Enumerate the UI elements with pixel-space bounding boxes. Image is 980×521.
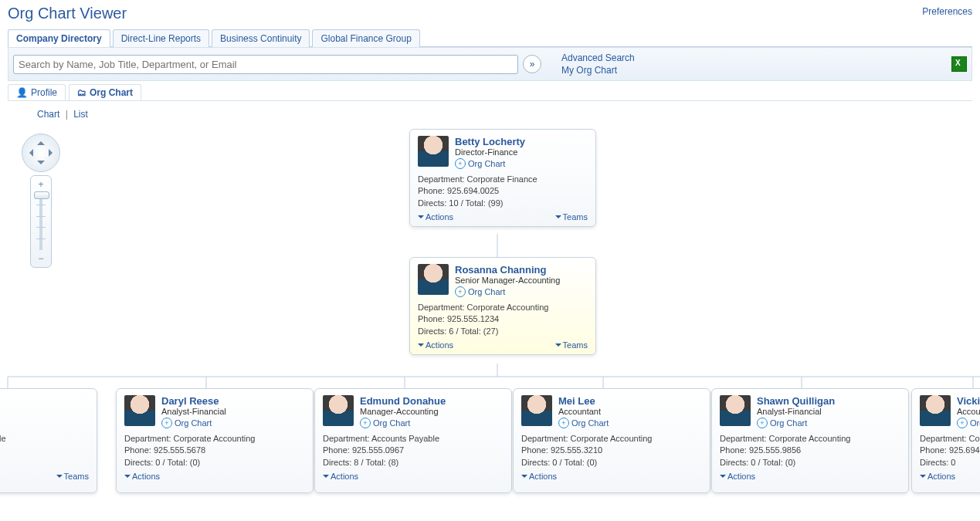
avatar xyxy=(720,395,751,426)
node-card-child[interactable]: Shawn QuilliganAnalyst-Financial+Org Cha… xyxy=(711,388,909,493)
person-name[interactable]: Daryl Reese xyxy=(161,395,226,407)
person-name[interactable]: Shawn Quilligan xyxy=(757,395,835,407)
orgchart-link[interactable]: +Org Chart xyxy=(455,286,560,297)
main-tabstrip: Company Directory Direct-Line Reports Bu… xyxy=(8,29,972,47)
chevron-down-icon xyxy=(418,215,424,222)
chevron-down-icon xyxy=(124,475,131,481)
person-name[interactable]: Vicki xyxy=(957,395,980,407)
pan-left-icon[interactable] xyxy=(25,149,33,157)
zoom-out-button[interactable]: − xyxy=(38,253,43,264)
orgchart-canvas[interactable]: + − Betty Locherty Director-Fi xyxy=(0,126,980,504)
search-go-button[interactable]: » xyxy=(523,55,541,73)
actions-menu[interactable]: Actions xyxy=(323,472,358,481)
actions-menu[interactable]: Actions xyxy=(521,472,557,481)
pan-down-icon[interactable] xyxy=(37,161,45,168)
focus-icon: + xyxy=(455,158,466,169)
actions-menu[interactable]: Actions xyxy=(920,472,955,481)
avatar xyxy=(323,395,354,426)
node-card-child[interactable]: Stevensoncounting+Org ChartDepartment: s… xyxy=(0,388,97,493)
zoom-track[interactable] xyxy=(39,193,42,250)
chevron-down-icon xyxy=(521,475,527,481)
pan-control[interactable] xyxy=(22,134,60,172)
focus-icon: + xyxy=(757,418,768,428)
orgchart-link[interactable]: +Org Chart xyxy=(360,418,446,428)
person-title: Accou xyxy=(957,407,980,416)
avatar xyxy=(920,395,951,426)
focus-icon: + xyxy=(360,418,371,428)
orgchart-link[interactable]: +Org Chart xyxy=(161,418,226,428)
node-card-child[interactable]: Edmund DonahueManager-Accounting+Org Cha… xyxy=(314,388,512,493)
chevron-down-icon xyxy=(555,215,561,222)
page-title: Org Chart Viewer xyxy=(8,5,127,22)
actions-menu[interactable]: Actions xyxy=(124,472,160,481)
node-card-child[interactable]: Mei LeeAccountant+Org ChartDepartment: C… xyxy=(513,388,710,493)
preferences-link[interactable]: Preferences xyxy=(922,5,972,17)
chevron-down-icon xyxy=(555,343,561,350)
view-chart-link[interactable]: Chart xyxy=(37,109,59,120)
avatar xyxy=(418,136,449,167)
avatar xyxy=(124,395,155,426)
search-bar: » Advanced Search My Org Chart xyxy=(8,47,972,81)
node-card-selected[interactable]: Rosanna Channing Senior Manager-Accounti… xyxy=(409,257,596,355)
teams-menu[interactable]: Teams xyxy=(555,212,588,222)
tab-direct-line-reports[interactable]: Direct-Line Reports xyxy=(113,29,209,47)
person-title: Accountant xyxy=(558,407,609,416)
focus-icon: + xyxy=(455,286,466,297)
node-card-top[interactable]: Betty Locherty Director-Finance +Org Cha… xyxy=(409,129,596,227)
advanced-search-link[interactable]: Advanced Search xyxy=(561,52,635,63)
orgchart-icon: 🗂 xyxy=(77,87,86,98)
chevron-down-icon xyxy=(56,475,63,481)
subtab-profile[interactable]: 👤 Profile xyxy=(8,84,66,100)
focus-icon: + xyxy=(957,418,968,428)
focus-icon: + xyxy=(558,418,569,428)
subtab-orgchart[interactable]: 🗂 Org Chart xyxy=(69,84,141,100)
pan-right-icon[interactable] xyxy=(49,149,56,157)
zoom-in-button[interactable]: + xyxy=(38,179,43,190)
teams-menu[interactable]: Teams xyxy=(555,340,588,350)
person-name[interactable]: Betty Locherty xyxy=(455,136,525,147)
actions-menu[interactable]: Actions xyxy=(418,340,453,350)
zoom-thumb[interactable] xyxy=(34,191,49,199)
actions-menu[interactable]: Actions xyxy=(418,212,453,222)
chevron-down-icon xyxy=(920,475,926,481)
my-org-chart-link[interactable]: My Org Chart xyxy=(561,65,635,76)
chevron-down-icon xyxy=(323,475,329,481)
search-input[interactable] xyxy=(13,55,518,74)
person-name[interactable]: Mei Lee xyxy=(558,395,609,407)
node-card-child[interactable]: VickiAccou+Org ChartDepartment: CoPhone:… xyxy=(911,388,980,493)
zoom-pan-widget: + − xyxy=(22,134,60,268)
zoom-slider[interactable]: + − xyxy=(30,175,52,268)
tab-global-finance-group[interactable]: Global Finance Group xyxy=(312,29,419,47)
person-title: Senior Manager-Accounting xyxy=(455,276,560,285)
node-card-child[interactable]: Daryl ReeseAnalyst-Financial+Org ChartDe… xyxy=(116,388,314,493)
chevron-down-icon xyxy=(418,343,424,350)
person-title: Director-Finance xyxy=(455,147,525,157)
view-list-link[interactable]: List xyxy=(73,109,88,120)
person-name[interactable]: Edmund Donahue xyxy=(360,395,446,407)
actions-menu[interactable]: Actions xyxy=(720,472,755,481)
avatar xyxy=(521,395,552,426)
person-title: Analyst-Financial xyxy=(757,407,835,416)
tab-business-continuity[interactable]: Business Continuity xyxy=(212,29,310,47)
orgchart-link[interactable]: +Org Chart xyxy=(558,418,609,428)
person-title: Analyst-Financial xyxy=(161,407,226,416)
person-name[interactable]: Rosanna Channing xyxy=(455,264,560,276)
subtabstrip: 👤 Profile 🗂 Org Chart xyxy=(8,81,972,101)
pan-up-icon[interactable] xyxy=(37,137,45,145)
chevron-down-icon xyxy=(720,475,726,481)
person-icon: 👤 xyxy=(16,87,28,98)
export-excel-icon[interactable] xyxy=(951,56,967,72)
tab-company-directory[interactable]: Company Directory xyxy=(8,29,110,47)
teams-menu[interactable]: Teams xyxy=(56,472,89,481)
orgchart-link[interactable]: +Org Chart xyxy=(757,418,835,428)
focus-icon: + xyxy=(161,418,172,428)
avatar xyxy=(418,264,449,295)
orgchart-link[interactable]: +Org Chart xyxy=(957,418,980,428)
person-title: Manager-Accounting xyxy=(360,407,446,416)
orgchart-link[interactable]: +Org Chart xyxy=(455,158,525,169)
